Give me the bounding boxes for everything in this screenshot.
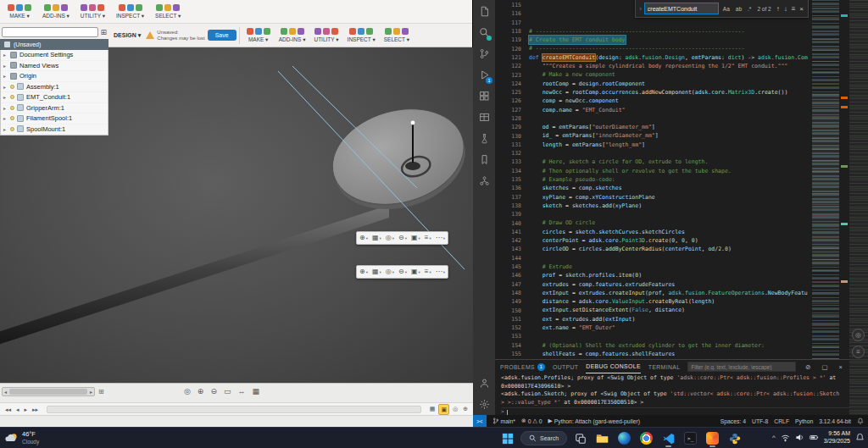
grid-icon[interactable]: ⊞: [100, 28, 107, 36]
code-line[interactable]: 150 extInput.setDistanceExtent(False, di…: [495, 306, 812, 314]
code-line[interactable]: 118# -----------------------------------…: [495, 27, 812, 36]
volume-icon[interactable]: [795, 433, 804, 442]
browser-item-origin[interactable]: ▸Origin: [1, 71, 108, 82]
minimap[interactable]: [812, 0, 839, 359]
regex-toggle[interactable]: .*: [746, 5, 753, 13]
scroll-left-icon[interactable]: ◂: [3, 389, 8, 395]
code-line[interactable]: 126 comp = newOcc.component: [495, 97, 812, 105]
activitybar-source-control[interactable]: [475, 46, 493, 62]
battery-icon[interactable]: [810, 433, 819, 442]
language-status[interactable]: Python: [795, 418, 813, 424]
code-line[interactable]: 122 """Creates a simple cylindrical body…: [495, 62, 812, 70]
next-match-button[interactable]: ↓: [783, 5, 788, 13]
expand-caret-icon[interactable]: ▸: [3, 115, 8, 121]
timeline-play-button[interactable]: ◂◂: [3, 405, 13, 414]
code-line[interactable]: 154 # (Optional) Shell the extruded cyli…: [495, 341, 812, 350]
code-line[interactable]: 130 id_ = emtParams["innerDiameter_mm"]: [495, 131, 812, 140]
activitybar-testing[interactable]: [475, 130, 493, 147]
activitybar-table[interactable]: [475, 109, 493, 125]
code-line[interactable]: 145 # Extrude: [495, 263, 812, 271]
notifications-bell[interactable]: [857, 418, 864, 424]
code-line[interactable]: 148 extInput = extrudes.createInput(prof…: [495, 289, 812, 297]
toolbar-tab-make[interactable]: MAKE ▾: [242, 27, 275, 44]
activitybar-extensions[interactable]: [475, 88, 493, 104]
toolbar-tab-utility[interactable]: UTILITY ▾: [309, 27, 342, 44]
maximize-panel-icon[interactable]: ▢: [821, 363, 830, 371]
activitybar-organization[interactable]: [475, 173, 493, 189]
minimap-slider[interactable]: [812, 93, 839, 266]
timeline-play-button[interactable]: ▸: [23, 405, 30, 414]
browser-item-assembly-1[interactable]: ▸Assembly:1: [1, 82, 108, 93]
expand-caret-icon[interactable]: ▸: [3, 73, 8, 79]
view-tool-button[interactable]: ⊕▾: [358, 267, 370, 277]
close-panel-icon[interactable]: ×: [837, 363, 844, 371]
code-line[interactable]: 152 ext.name = "EMT_Outer": [495, 324, 812, 332]
task-view-button[interactable]: [571, 429, 589, 447]
view-tool-button[interactable]: ⊕▾: [358, 233, 370, 243]
interpreter-status[interactable]: 3.12.4 64-bit: [819, 418, 851, 424]
browser-item-document-settings[interactable]: ▸Document Settings: [1, 50, 108, 61]
view-tool-button[interactable]: ◎▾: [384, 233, 396, 243]
view-tool-button[interactable]: ▦▾: [370, 267, 383, 277]
code-line[interactable]: 151 ext = extrudes.add(extInput): [495, 315, 812, 324]
view-tool-button[interactable]: ≡▾: [423, 267, 433, 277]
view-tool-button[interactable]: ▦▾: [370, 233, 383, 243]
match-case-toggle[interactable]: Aa: [721, 5, 732, 13]
nav-tool-button[interactable]: ▦: [250, 386, 261, 396]
code-editor[interactable]: 115116117118# --------------------------…: [495, 0, 868, 359]
code-line[interactable]: 125 newOcc = rootComp.occurrences.addNew…: [495, 88, 812, 97]
view-tool-button[interactable]: ⋯▾: [434, 233, 447, 243]
scroll-right-icon[interactable]: ▸: [88, 389, 94, 395]
code-line[interactable]: 146 prof = sketch.profiles.item(0): [495, 271, 812, 279]
browser-item-spoolmount-1[interactable]: ▸SpoolMount:1: [1, 124, 108, 136]
expand-caret-icon[interactable]: ▸: [3, 63, 8, 69]
toolbar-tab-utility[interactable]: UTILITY ▾: [76, 3, 109, 20]
code-line[interactable]: 139: [495, 210, 812, 218]
nav-tool-button[interactable]: ◎: [182, 386, 192, 396]
expand-caret-icon[interactable]: ▸: [3, 94, 8, 100]
code-line[interactable]: 119# Create the EMT conduit body: [495, 36, 812, 44]
clock[interactable]: 9:56 AM 3/29/2025: [824, 429, 850, 445]
visibility-bulb-icon[interactable]: [10, 116, 14, 120]
file-explorer-button[interactable]: [593, 429, 611, 447]
browser-scrollbar[interactable]: ◂ ▸: [2, 387, 95, 396]
fusion-button[interactable]: [704, 429, 721, 447]
find-collapse-icon[interactable]: ›: [639, 5, 642, 13]
nav-tool-button[interactable]: ↔: [236, 386, 247, 396]
code-line[interactable]: 132: [495, 149, 812, 158]
terminal-button[interactable]: >_: [682, 429, 699, 447]
toolbar-tab-select[interactable]: SELECT ▾: [380, 27, 414, 44]
code-line[interactable]: 137 xyPlane = comp.xYConstructionPlane: [495, 193, 812, 202]
view-tool-button[interactable]: ▣▾: [409, 267, 422, 277]
timeline-tool-button[interactable]: ▣: [438, 404, 449, 415]
list-icon[interactable]: ≡: [852, 346, 865, 358]
visibility-bulb-icon[interactable]: [10, 85, 14, 89]
view-tool-button[interactable]: ⊖▾: [397, 267, 409, 277]
code-line[interactable]: 143 circleOD = circles.addByCenterRadius…: [495, 245, 812, 253]
python-button[interactable]: [726, 429, 743, 447]
view-tool-button[interactable]: ⊖▾: [397, 233, 409, 243]
code-line[interactable]: 129 od = emtParams["outerDiameter_mm"]: [495, 123, 812, 131]
code-line[interactable]: 117: [495, 19, 812, 27]
panel-tab-terminal[interactable]: TERMINAL: [648, 360, 681, 373]
code-line[interactable]: 135 # Example pseudo-code:: [495, 175, 812, 184]
notification-bell-icon[interactable]: [855, 433, 865, 442]
start-button[interactable]: [498, 429, 516, 447]
code-line[interactable]: 144: [495, 254, 812, 263]
panel-tab-output[interactable]: OUTPUT: [553, 360, 578, 373]
browser-header[interactable]: (Unsaved): [0, 39, 108, 50]
code-line[interactable]: 127 comp.name = "EMT_Conduit": [495, 106, 812, 114]
design-workspace-dropdown[interactable]: DESIGN ▾: [111, 32, 143, 39]
indentation-status[interactable]: Spaces: 4: [721, 418, 746, 424]
activitybar-run-debug[interactable]: 1: [475, 67, 493, 83]
toolbar-tab-inspect[interactable]: INSPECT ▾: [112, 3, 148, 20]
browser-item-filamentspool-1[interactable]: ▸FilamentSpool:1: [1, 113, 108, 124]
view-tool-button[interactable]: ▣▾: [409, 233, 422, 243]
wifi-icon[interactable]: [781, 433, 790, 442]
code-line[interactable]: 155 shellFeats = comp.features.shellFeat…: [495, 350, 812, 358]
encoding-status[interactable]: UTF-8: [752, 418, 768, 424]
debug-session-status[interactable]: ▶ Python: Attach (gard-weed-puller): [548, 418, 639, 424]
console-filter-input[interactable]: [687, 362, 796, 372]
timeline-tool-button[interactable]: ▦: [428, 404, 437, 415]
timeline-track[interactable]: [47, 406, 421, 413]
